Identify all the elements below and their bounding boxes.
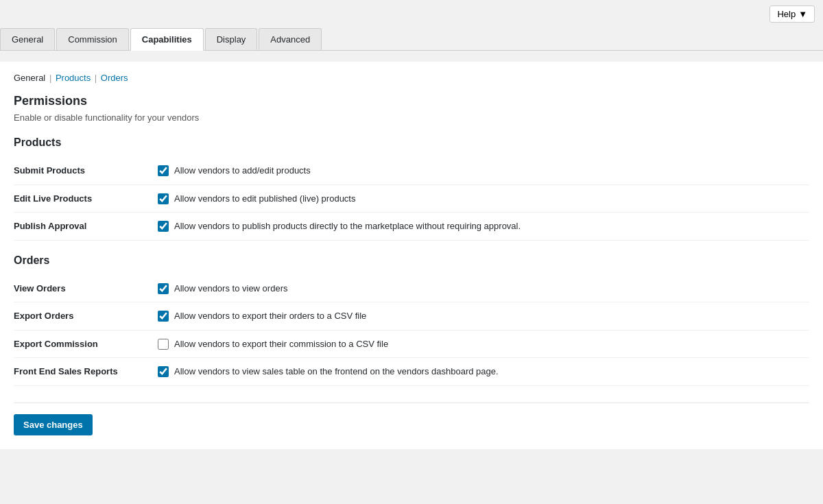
edit-live-products-control: Allow vendors to edit published (live) p… (158, 192, 809, 206)
view-orders-control: Allow vendors to view orders (158, 282, 809, 296)
help-arrow: ▼ (798, 9, 807, 19)
setting-row-export-orders: Export Orders Allow vendors to export th… (14, 302, 809, 331)
export-orders-label: Export Orders (14, 309, 158, 321)
tabs-bar: General Commission Capabilities Display … (0, 28, 823, 51)
front-end-sales-reports-control: Allow vendors to view sales table on the… (158, 365, 809, 379)
help-label: Help (777, 9, 796, 19)
save-changes-button[interactable]: Save changes (14, 414, 93, 435)
setting-row-publish-approval: Publish Approval Allow vendors to publis… (14, 213, 809, 241)
tab-capabilities[interactable]: Capabilities (130, 28, 204, 51)
export-orders-control: Allow vendors to export their orders to … (158, 309, 809, 323)
edit-live-products-label: Edit Live Products (14, 192, 158, 204)
publish-approval-control: Allow vendors to publish products direct… (158, 219, 809, 233)
front-end-sales-reports-label: Front End Sales Reports (14, 365, 158, 376)
help-button[interactable]: Help ▼ (770, 5, 815, 23)
tab-commission[interactable]: Commission (56, 28, 129, 50)
submit-products-description: Allow vendors to add/edit products (174, 164, 311, 178)
tab-advanced[interactable]: Advanced (259, 28, 322, 50)
view-orders-description: Allow vendors to view orders (174, 282, 287, 296)
export-commission-control: Allow vendors to export their commission… (158, 337, 809, 351)
orders-section-title: Orders (14, 254, 809, 267)
tab-general[interactable]: General (0, 28, 55, 50)
permissions-subtitle: Enable or disable functionality for your… (14, 112, 809, 123)
top-bar: Help ▼ (0, 0, 823, 28)
products-section-title: Products (14, 136, 809, 149)
publish-approval-label: Publish Approval (14, 219, 158, 231)
export-commission-description: Allow vendors to export their commission… (174, 337, 388, 351)
permissions-title: Permissions (14, 94, 809, 108)
edit-live-products-description: Allow vendors to edit published (live) p… (174, 192, 355, 206)
submit-products-label: Submit Products (14, 164, 158, 176)
submit-products-control: Allow vendors to add/edit products (158, 164, 809, 178)
setting-row-view-orders: View Orders Allow vendors to view orders (14, 275, 809, 303)
submit-products-checkbox[interactable] (158, 165, 169, 176)
export-orders-description: Allow vendors to export their orders to … (174, 309, 366, 323)
view-orders-checkbox[interactable] (158, 283, 169, 294)
export-commission-checkbox[interactable] (158, 339, 169, 350)
view-orders-label: View Orders (14, 282, 158, 293)
breadcrumb-sep-1: | (49, 73, 54, 83)
setting-row-edit-live-products: Edit Live Products Allow vendors to edit… (14, 185, 809, 213)
export-orders-checkbox[interactable] (158, 311, 169, 322)
setting-row-submit-products: Submit Products Allow vendors to add/edi… (14, 157, 809, 185)
main-content: General | Products | Orders Permissions … (0, 62, 823, 449)
breadcrumb-sep-2: | (95, 73, 99, 83)
breadcrumb-current: General (14, 73, 45, 83)
publish-approval-description: Allow vendors to publish products direct… (174, 219, 521, 233)
front-end-sales-reports-checkbox[interactable] (158, 366, 169, 377)
front-end-sales-reports-description: Allow vendors to view sales table on the… (174, 365, 499, 379)
setting-row-front-end-sales-reports: Front End Sales Reports Allow vendors to… (14, 358, 809, 386)
setting-row-export-commission: Export Commission Allow vendors to expor… (14, 331, 809, 359)
page-wrapper: Help ▼ General Commission Capabilities D… (0, 0, 823, 449)
tab-display[interactable]: Display (205, 28, 258, 50)
breadcrumb: General | Products | Orders (14, 73, 809, 83)
export-commission-label: Export Commission (14, 337, 158, 349)
edit-live-products-checkbox[interactable] (158, 193, 169, 204)
save-section: Save changes (14, 403, 809, 435)
breadcrumb-orders-link[interactable]: Orders (101, 73, 128, 83)
publish-approval-checkbox[interactable] (158, 221, 169, 232)
breadcrumb-products-link[interactable]: Products (56, 73, 91, 83)
